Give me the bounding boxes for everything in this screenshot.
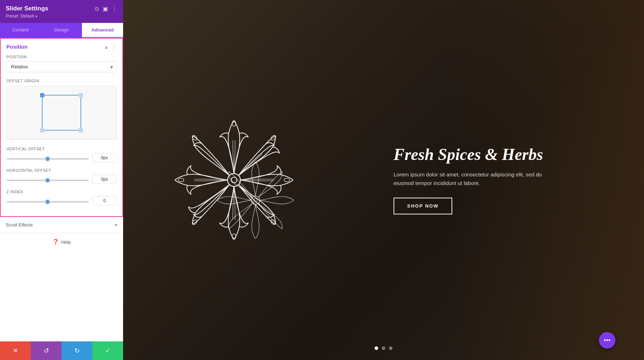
- scroll-effects-section: Scroll Effects ▾: [0, 217, 123, 233]
- section-header-position: Position ▲ ⋮: [6, 44, 117, 50]
- save-button[interactable]: ✓: [92, 341, 123, 360]
- tab-design[interactable]: Design: [41, 23, 82, 38]
- ellipsis-icon: •••: [604, 337, 611, 344]
- sidebar: Slider Settings ⊙ ▣ ⋮ Preset: Default Co…: [0, 0, 123, 360]
- z-index-inner: [6, 196, 117, 205]
- settings-icon[interactable]: ⊙: [94, 5, 99, 12]
- chevron-down-icon: ▾: [115, 222, 117, 228]
- offset-origin-grid[interactable]: [6, 86, 117, 140]
- vertical-offset-range-wrap: [6, 155, 89, 161]
- sidebar-tabs: Content Design Advanced: [0, 23, 123, 38]
- help-text: Help: [61, 239, 71, 245]
- horizontal-offset-label: Horizontal Offset: [6, 168, 117, 172]
- offset-origin-label: Offset Origin: [6, 79, 117, 83]
- z-index-row: Z Index: [6, 190, 117, 205]
- position-section: Position ▲ ⋮ Position Static Relative Ab…: [0, 38, 123, 217]
- fab-button[interactable]: •••: [599, 332, 615, 349]
- scroll-effects-title: Scroll Effects: [6, 222, 33, 228]
- origin-dot-tl[interactable]: [40, 93, 44, 97]
- help-icon: ❓: [52, 239, 59, 245]
- svg-point-5: [178, 178, 184, 182]
- scroll-effects-header[interactable]: Scroll Effects ▾: [6, 222, 117, 228]
- collapse-icon[interactable]: ▲: [104, 44, 109, 50]
- horizontal-offset-row: Horizontal Offset: [6, 168, 117, 184]
- hero-heading: Fresh Spices & Herbs: [394, 146, 544, 164]
- sidebar-content: Position ▲ ⋮ Position Static Relative Ab…: [0, 38, 123, 341]
- z-index-input[interactable]: [92, 196, 117, 205]
- hero-body: Lorem ipsum dolor sit amet, consectetur …: [394, 170, 544, 188]
- sidebar-title: Slider Settings: [6, 5, 48, 12]
- redo-button[interactable]: ↻: [62, 341, 92, 360]
- position-section-icons: ▲ ⋮: [104, 44, 117, 50]
- z-index-label: Z Index: [6, 190, 117, 194]
- hero-content: Fresh Spices & Herbs Lorem ipsum dolor s…: [394, 146, 544, 214]
- svg-point-7: [191, 219, 198, 225]
- preset-label[interactable]: Preset: Default: [6, 14, 117, 19]
- slider-dot-1[interactable]: [375, 346, 378, 350]
- vertical-offset-inner: [6, 153, 117, 162]
- svg-point-9: [270, 219, 277, 225]
- position-field-label: Position: [6, 55, 117, 59]
- sidebar-header: Slider Settings ⊙ ▣ ⋮ Preset: Default: [0, 0, 123, 23]
- svg-point-8: [191, 135, 198, 141]
- close-button[interactable]: ✕: [0, 341, 31, 360]
- sidebar-header-icons: ⊙ ▣ ⋮: [94, 5, 117, 12]
- section-more-icon[interactable]: ⋮: [112, 44, 117, 50]
- layout-icon[interactable]: ▣: [103, 5, 108, 12]
- sidebar-toolbar: ✕ ↺ ↻ ✓: [0, 341, 123, 360]
- help-section[interactable]: ❓ Help: [0, 233, 123, 251]
- undo-button[interactable]: ↺: [31, 341, 62, 360]
- tab-advanced[interactable]: Advanced: [82, 23, 123, 38]
- origin-dot-bl[interactable]: [40, 128, 44, 132]
- z-index-range-wrap: [6, 198, 89, 204]
- more-icon[interactable]: ⋮: [112, 5, 117, 12]
- svg-point-6: [270, 135, 277, 141]
- vertical-offset-input[interactable]: [92, 153, 117, 162]
- position-select-wrap: Static Relative Absolute Fixed Sticky: [6, 61, 117, 72]
- svg-point-4: [284, 178, 290, 182]
- hero-area: Fresh Spices & Herbs Lorem ipsum dolor s…: [123, 0, 644, 360]
- position-section-title: Position: [6, 44, 28, 50]
- origin-box: [42, 95, 81, 131]
- z-index-slider[interactable]: [6, 201, 89, 203]
- horizontal-offset-inner: [6, 175, 117, 184]
- horizontal-offset-slider[interactable]: [6, 180, 89, 181]
- tab-content[interactable]: Content: [0, 23, 41, 38]
- horizontal-offset-input[interactable]: [92, 175, 117, 184]
- hero-image: Fresh Spices & Herbs Lorem ipsum dolor s…: [123, 0, 644, 360]
- spice-illustration: [162, 105, 298, 255]
- slider-dots: [375, 346, 392, 350]
- shop-now-button[interactable]: SHOP NOW: [394, 198, 452, 214]
- vertical-offset-slider[interactable]: [6, 158, 89, 160]
- origin-dot-tr[interactable]: [79, 93, 83, 97]
- origin-dot-br[interactable]: [79, 128, 83, 132]
- vertical-offset-row: Vertical Offset: [6, 147, 117, 162]
- horizontal-offset-range-wrap: [6, 176, 89, 183]
- vertical-offset-label: Vertical Offset: [6, 147, 117, 151]
- slider-dot-2[interactable]: [382, 346, 385, 350]
- slider-dot-3[interactable]: [389, 346, 392, 350]
- position-select[interactable]: Static Relative Absolute Fixed Sticky: [6, 61, 117, 72]
